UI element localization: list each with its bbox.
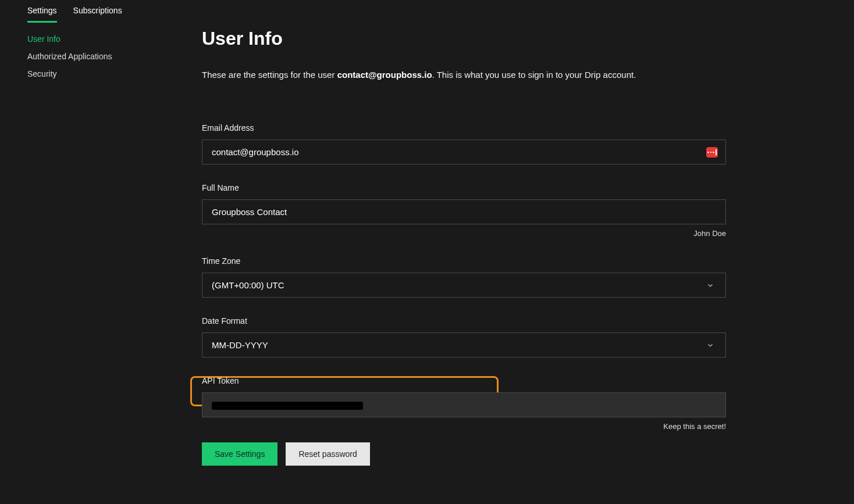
name-input[interactable] [202,199,726,224]
tabs: Settings Subscriptions [27,1,202,23]
intro-prefix: These are the settings for the user [202,70,337,80]
sidebar: Settings Subscriptions User Info Authori… [0,0,202,504]
password-manager-icon[interactable] [706,147,718,158]
email-input[interactable] [202,140,726,165]
page-title: User Info [202,28,726,49]
save-settings-button[interactable]: Save Settings [202,442,277,466]
api-token-redacted [212,402,363,410]
intro-email: contact@groupboss.io [337,70,432,80]
action-buttons: Save Settings Reset password [202,442,726,466]
field-api-token: API Token Keep this a secret! [202,376,726,431]
api-token-field[interactable] [202,392,726,417]
sidebar-item-user-info[interactable]: User Info [27,33,202,45]
dateformat-select[interactable]: MM-DD-YYYY [202,333,726,358]
main-content: User Info These are the settings for the… [202,0,854,504]
field-timezone: Time Zone (GMT+00:00) UTC [202,256,726,298]
intro-text: These are the settings for the user cont… [202,68,726,81]
intro-suffix: . This is what you use to sign in to you… [432,70,636,80]
name-label: Full Name [202,183,726,192]
api-token-label: API Token [202,376,726,385]
api-token-helper: Keep this a secret! [202,422,726,431]
field-dateformat: Date Format MM-DD-YYYY [202,316,726,358]
sidebar-item-security[interactable]: Security [27,68,202,80]
field-name: Full Name John Doe [202,183,726,238]
email-label: Email Address [202,123,726,133]
tab-settings[interactable]: Settings [27,1,57,23]
sidebar-item-authorized-applications[interactable]: Authorized Applications [27,51,202,62]
tab-subscriptions[interactable]: Subscriptions [73,1,122,23]
reset-password-button[interactable]: Reset password [286,442,369,466]
dateformat-label: Date Format [202,316,726,326]
field-email: Email Address [202,123,726,165]
name-helper: John Doe [202,229,726,238]
timezone-select[interactable]: (GMT+00:00) UTC [202,273,726,298]
timezone-label: Time Zone [202,256,726,266]
sidebar-nav: User Info Authorized Applications Securi… [27,33,202,80]
